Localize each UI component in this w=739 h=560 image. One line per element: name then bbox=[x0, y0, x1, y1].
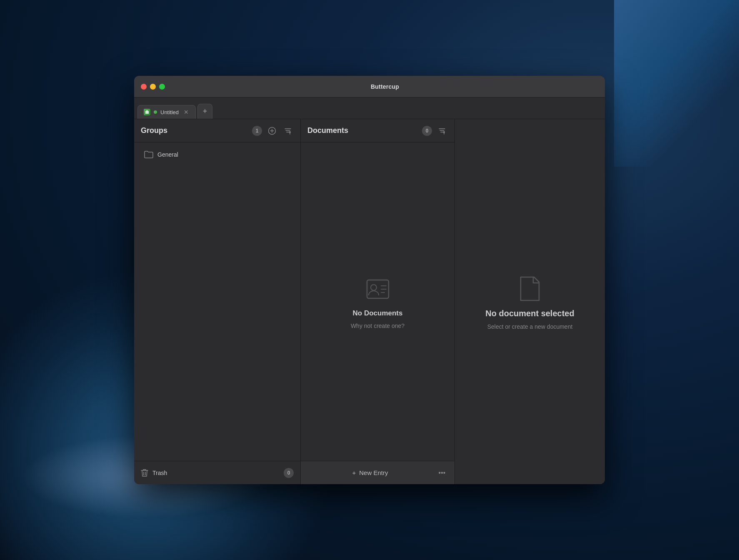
detail-panel: No document selected Select or create a … bbox=[455, 119, 605, 484]
groups-footer: Trash 0 bbox=[134, 461, 300, 484]
no-documents-title: No Documents bbox=[353, 309, 403, 318]
trash-icon bbox=[141, 469, 148, 477]
main-content: Groups 1 bbox=[134, 119, 605, 484]
tab-app-icon bbox=[144, 109, 150, 115]
tab-status-dot bbox=[154, 110, 157, 114]
more-options-button[interactable]: ••• bbox=[436, 467, 448, 479]
new-entry-plus: + bbox=[352, 469, 356, 476]
traffic-lights bbox=[141, 84, 165, 90]
trash-label: Trash bbox=[152, 470, 280, 476]
documents-panel: Documents 0 bbox=[301, 119, 455, 484]
documents-footer: + New Entry ••• bbox=[301, 461, 454, 484]
window-title: Buttercup bbox=[172, 83, 598, 90]
no-selection-title: No document selected bbox=[485, 309, 574, 318]
no-selection-subtitle: Select or create a new document bbox=[487, 323, 573, 330]
close-button[interactable] bbox=[141, 84, 147, 90]
group-item-general[interactable]: General bbox=[137, 147, 297, 162]
titlebar: Buttercup bbox=[134, 76, 605, 98]
trash-count-badge: 0 bbox=[284, 468, 294, 478]
documents-count-badge: 0 bbox=[422, 126, 432, 136]
add-group-button[interactable] bbox=[266, 125, 278, 137]
filter-groups-button[interactable] bbox=[282, 125, 294, 137]
svg-point-10 bbox=[371, 285, 377, 290]
new-tab-button[interactable]: + bbox=[197, 104, 212, 119]
tabbar: Untitled ✕ + bbox=[134, 98, 605, 119]
tab-untitled[interactable]: Untitled ✕ bbox=[137, 105, 196, 119]
documents-header: Documents 0 bbox=[301, 119, 454, 142]
tab-close-button[interactable]: ✕ bbox=[183, 109, 190, 115]
tab-title: Untitled bbox=[160, 109, 180, 115]
new-entry-button[interactable]: + New Entry bbox=[307, 469, 433, 476]
groups-header: Groups 1 bbox=[134, 119, 300, 142]
no-selection-icon bbox=[515, 274, 545, 304]
maximize-button[interactable] bbox=[159, 84, 165, 90]
app-window: Buttercup Untitled ✕ + Groups 1 bbox=[134, 76, 605, 484]
filter-documents-button[interactable] bbox=[436, 125, 448, 137]
no-documents-icon bbox=[363, 274, 393, 304]
groups-title: Groups bbox=[141, 126, 248, 135]
no-documents-subtitle: Why not create one? bbox=[351, 322, 404, 329]
documents-title: Documents bbox=[307, 126, 418, 135]
group-name: General bbox=[157, 151, 178, 158]
groups-list: General bbox=[134, 142, 300, 461]
groups-panel: Groups 1 bbox=[134, 119, 301, 484]
groups-count-badge: 1 bbox=[252, 126, 262, 136]
folder-icon bbox=[144, 151, 153, 158]
documents-empty-state: No Documents Why not create one? bbox=[301, 142, 454, 461]
new-entry-label: New Entry bbox=[359, 469, 388, 476]
minimize-button[interactable] bbox=[150, 84, 156, 90]
